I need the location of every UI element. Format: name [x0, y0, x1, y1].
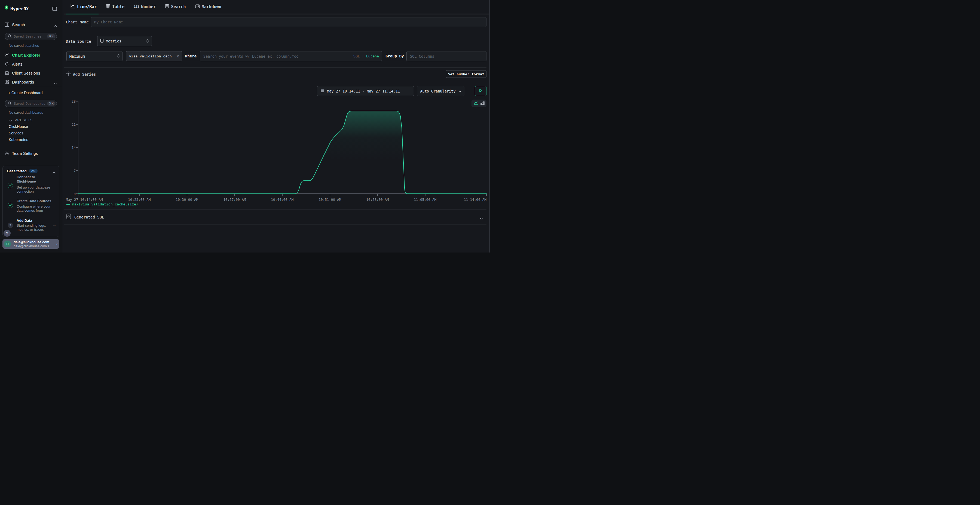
help-button[interactable]: ? [3, 230, 11, 237]
plus-circle-icon [67, 71, 70, 77]
svg-text:10:58:00 AM: 10:58:00 AM [366, 197, 389, 202]
svg-text:10:51:00 AM: 10:51:00 AM [319, 197, 341, 202]
run-query-button[interactable] [475, 86, 487, 96]
sidebar-item-label: Team Settings [12, 151, 38, 156]
chevron-up-icon[interactable] [52, 170, 56, 175]
sidebar-item-team-settings[interactable]: Team Settings [0, 150, 62, 156]
tab-search[interactable]: Search [165, 4, 186, 10]
presets-toggle[interactable]: PRESETS [9, 118, 33, 123]
avatar: D [4, 241, 11, 247]
sql-toggle[interactable]: SQL [353, 54, 360, 58]
aggregation-value: Maximum [69, 54, 115, 59]
preset-kubernetes[interactable]: Kubernetes [9, 137, 28, 142]
get-started-item-title[interactable]: Create Data Sources [17, 199, 60, 203]
where-field: SQL | Lucene [200, 51, 382, 61]
add-series-button[interactable]: Add Series [67, 71, 96, 77]
chart-type-tabs: Line/Bar Table 123 Number Search Markdow… [70, 4, 221, 10]
saved-dashboards-input[interactable] [13, 102, 45, 106]
metric-tag[interactable]: visa_validation_cach × [126, 51, 182, 61]
sidebar-item-alerts[interactable]: Alerts [0, 61, 62, 67]
chart-axes [76, 101, 487, 195]
collapse-sidebar-icon[interactable] [52, 7, 57, 12]
svg-text:May 27 10:14:00 AM: May 27 10:14:00 AM [66, 197, 103, 202]
aggregation-select[interactable]: Maximum [67, 51, 123, 61]
check-circle-icon [8, 183, 13, 188]
create-dashboard-button[interactable]: + Create Dashboard [8, 91, 43, 95]
group-by-label: Group By [385, 54, 404, 58]
chevron-down-icon [9, 118, 12, 123]
search-panel-icon [4, 22, 9, 27]
get-started-item-subtitle: Start sending logs, metrics, or traces [17, 223, 52, 232]
add-series-label: Add Series [73, 72, 96, 76]
get-started-card: Get Started 2/3 Connect to ClickHouse Se… [2, 166, 59, 237]
sidebar-section-search[interactable]: Search [0, 21, 62, 28]
step-number-badge: 3 [8, 222, 13, 228]
line-chart-icon [4, 52, 9, 57]
hyperdx-logo-icon [5, 5, 8, 10]
active-tab-underline [65, 14, 99, 14]
dashboards-icon [4, 79, 9, 84]
saved-searches-search[interactable]: ⌘K [5, 33, 57, 40]
group-by-input[interactable] [407, 51, 486, 61]
saved-dashboards-search[interactable]: ⌘K [5, 100, 57, 107]
get-started-item-title[interactable]: Add Data [17, 219, 32, 223]
set-number-format-button[interactable]: Set number format [446, 70, 487, 78]
metric-tag-label: visa_validation_cach [129, 54, 175, 58]
group-by-field [406, 51, 487, 61]
tab-line-bar[interactable]: Line/Bar [70, 4, 97, 10]
tab-table[interactable]: Table [106, 4, 124, 10]
where-label: Where [185, 54, 197, 58]
granularity-select[interactable]: Auto Granularity [417, 86, 465, 96]
user-menu[interactable]: D dale@clickhouse.com dale@clickhouse.co… [2, 239, 59, 249]
chart-name-field [91, 17, 487, 27]
laptop-icon [4, 70, 9, 75]
data-source-value: Metrics [106, 39, 144, 43]
x-axis-labels: May 27 10:14:00 AM 10:23:00 AM 10:30:00 … [66, 197, 487, 202]
chart-name-label: Chart Name [66, 20, 89, 24]
svg-text:14: 14 [72, 146, 76, 150]
sidebar-section-label: Search [12, 22, 25, 27]
tab-number[interactable]: 123 Number [134, 4, 156, 10]
sidebar-item-chart-explorer[interactable]: Chart Explorer [0, 52, 62, 58]
play-icon [479, 89, 482, 94]
sidebar: HyperDX Search ⌘K No saved searches [0, 0, 62, 252]
table-icon [106, 4, 110, 10]
preset-clickhouse[interactable]: ClickHouse [9, 124, 28, 129]
chevron-up-icon [54, 81, 57, 86]
preset-services[interactable]: Services [9, 131, 24, 135]
sidebar-item-label: Dashboards [12, 80, 34, 84]
svg-text:10:30:00 AM: 10:30:00 AM [176, 197, 199, 202]
chevron-down-icon[interactable] [480, 216, 483, 221]
close-icon[interactable]: × [177, 54, 179, 59]
gear-icon [4, 151, 9, 156]
markdown-icon [195, 4, 200, 9]
date-range-picker[interactable]: May 27 10:14:11 - May 27 11:14:11 [317, 86, 414, 96]
search-list-icon [165, 4, 169, 10]
y-axis-labels: 28 21 14 7 0 [72, 99, 76, 196]
no-saved-dashboards-text: No saved dashboards [9, 110, 43, 114]
svg-text:11:14:00 AM: 11:14:00 AM [464, 197, 487, 202]
scrollbar[interactable] [489, 0, 490, 252]
svg-text:21: 21 [72, 122, 76, 127]
timeseries-chart[interactable]: 28 21 14 7 0 May 27 10:14:00 AM 10:23:00… [66, 98, 490, 205]
chart-name-input[interactable] [91, 17, 486, 27]
sidebar-item-client-sessions[interactable]: Client Sessions [0, 70, 62, 76]
data-source-select[interactable]: Metrics [97, 36, 152, 46]
tab-markdown[interactable]: Markdown [195, 4, 221, 10]
sidebar-item-label: Chart Explorer [12, 53, 40, 57]
sidebar-item-dashboards[interactable]: Dashboards [0, 79, 62, 85]
lucene-toggle[interactable]: Lucene [366, 54, 379, 58]
arrow-right-icon: → [52, 222, 56, 227]
get-started-item-title[interactable]: Connect to ClickHouse [17, 175, 55, 184]
legend-series-label: max(visa_validation_cache.size) [72, 202, 138, 206]
updown-chevron-icon [117, 54, 119, 59]
generated-sql-toggle[interactable]: Generated SQL [67, 214, 104, 221]
saved-searches-input[interactable] [13, 34, 45, 39]
svg-text:10:44:00 AM: 10:44:00 AM [271, 197, 294, 202]
tab-underline-track [64, 14, 490, 14]
search-icon [8, 34, 11, 39]
check-circle-icon [8, 203, 13, 208]
generated-sql-label: Generated SQL [74, 215, 104, 219]
chart-legend[interactable]: max(visa_validation_cache.size) [67, 202, 138, 206]
sidebar-item-label: Client Sessions [12, 71, 40, 75]
